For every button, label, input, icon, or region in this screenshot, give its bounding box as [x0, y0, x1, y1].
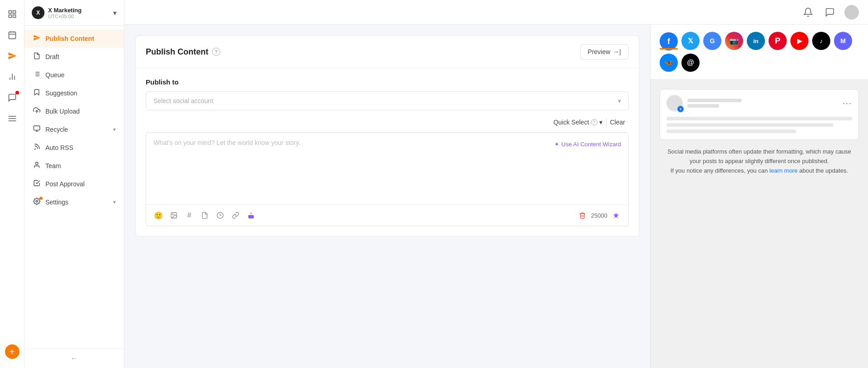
char-count: 25000	[591, 212, 607, 219]
fb-text-line-3	[666, 129, 796, 133]
nav-item-publish-content[interactable]: Publish Content	[25, 30, 124, 48]
workspace-chevron[interactable]: ▾	[113, 9, 117, 17]
svg-rect-3	[13, 15, 15, 18]
ai-wizard-button[interactable]: ✦ Use AI Content Wizard	[554, 139, 621, 149]
nav-item-recycle[interactable]: Recycle ▾	[25, 120, 124, 139]
nav-item-settings[interactable]: Settings ▾	[25, 193, 124, 211]
svg-point-26	[36, 200, 38, 202]
preview-content: f ···	[651, 80, 868, 184]
nav-item-team[interactable]: Team	[25, 157, 124, 175]
svg-rect-21	[34, 126, 39, 130]
ai-wizard-label: Use AI Content Wizard	[562, 141, 621, 148]
fb-text-line-1	[666, 117, 852, 120]
publish-card-header: Publish Content ? Preview →|	[136, 36, 639, 68]
image-icon[interactable]	[167, 209, 181, 222]
nav-item-queue[interactable]: Queue	[25, 66, 124, 84]
svg-point-25	[35, 162, 38, 164]
fb-badge: f	[677, 106, 684, 112]
document-icon[interactable]	[198, 209, 212, 222]
tiktok-icon[interactable]: ♪	[812, 32, 830, 50]
fb-more-options[interactable]: ···	[843, 99, 852, 108]
nav-label-suggestion: Suggestion	[45, 90, 77, 97]
nav-item-post-approval[interactable]: Post Approval	[25, 175, 124, 193]
fb-avatar-row: f	[666, 95, 742, 111]
emoji-icon[interactable]: 🙂	[152, 209, 165, 222]
facebook-icon[interactable]: f	[660, 32, 678, 50]
youtube-icon[interactable]: ▶	[790, 32, 809, 50]
rail-analytics[interactable]	[4, 68, 21, 85]
facebook-active-indicator	[660, 48, 678, 50]
rail-listen[interactable]	[4, 110, 21, 127]
publish-content-icon	[33, 34, 41, 43]
nav-item-suggestion[interactable]: Suggestion	[25, 84, 124, 102]
nav-item-auto-rss[interactable]: Auto RSS	[25, 139, 124, 157]
workspace-timezone: UTC+05:00	[48, 14, 82, 19]
content-textarea[interactable]	[153, 139, 554, 203]
nav-label-bulk-upload: Bulk Upload	[45, 108, 80, 115]
sidebar-collapse-button[interactable]: ←	[25, 348, 124, 368]
messages-icon[interactable]	[823, 5, 837, 20]
clear-button[interactable]: Clear	[606, 118, 629, 127]
rail-dashboard[interactable]	[4, 5, 21, 23]
nav-label-publish-content: Publish Content	[45, 35, 94, 42]
icon-rail: +	[0, 0, 25, 368]
linkedin-icon[interactable]: in	[747, 32, 765, 50]
quick-select-info-icon: ?	[591, 119, 597, 125]
preview-button[interactable]: Preview →|	[580, 44, 629, 60]
nav-label-queue: Queue	[45, 71, 64, 79]
quick-select-text: Quick Select	[553, 119, 589, 126]
mastodon-icon[interactable]: M	[834, 32, 852, 50]
account-select-dropdown[interactable]: Select social account ▾	[146, 91, 629, 110]
settings-icon	[33, 198, 41, 207]
rail-publish[interactable]	[4, 47, 21, 65]
magic-icon[interactable]	[609, 209, 623, 222]
preview-note-line1: Social media platforms often update thei…	[667, 148, 851, 155]
publish-card: Publish Content ? Preview →| Publish to …	[135, 35, 639, 237]
instagram-icon[interactable]: 📷	[725, 32, 743, 50]
preview-arrow-icon: →|	[613, 48, 621, 55]
preview-note: Social media platforms often update thei…	[660, 147, 859, 175]
twitter-icon[interactable]: 𝕏	[681, 32, 700, 50]
workspace-name: X Marketing	[48, 7, 82, 14]
post-approval-icon	[33, 179, 41, 189]
bot-icon[interactable]	[244, 209, 258, 222]
quick-select-label[interactable]: Quick Select ? ▾	[553, 119, 602, 126]
nav-item-draft[interactable]: Draft	[25, 48, 124, 66]
hashtag-icon[interactable]: #	[182, 209, 196, 222]
main-content: Publish Content ? Preview →| Publish to …	[124, 0, 868, 368]
publish-panel: Publish Content ? Preview →| Publish to …	[124, 25, 650, 368]
rail-messages[interactable]	[4, 89, 21, 106]
delete-icon[interactable]	[576, 209, 589, 222]
fb-name-line-short	[687, 104, 719, 108]
text-area-wrapper: ✦ Use AI Content Wizard 🙂 #	[146, 132, 629, 226]
schedule-icon[interactable]	[213, 209, 227, 222]
nav-label-team: Team	[45, 162, 61, 169]
workspace-text: X Marketing UTC+05:00	[48, 7, 82, 19]
nav-label-recycle: Recycle	[45, 126, 68, 133]
draft-icon	[33, 52, 41, 61]
google-icon[interactable]: G	[703, 32, 721, 50]
account-select-chevron: ▾	[618, 97, 621, 104]
rail-calendar[interactable]	[4, 26, 21, 44]
fb-text-placeholder	[666, 117, 852, 133]
fb-card-header: f ···	[660, 90, 858, 117]
notifications-icon[interactable]	[801, 5, 815, 20]
recycle-chevron: ▾	[113, 126, 116, 133]
add-button[interactable]: +	[5, 344, 20, 359]
nav-item-bulk-upload[interactable]: Bulk Upload	[25, 102, 124, 120]
svg-rect-4	[9, 32, 15, 39]
pinterest-icon[interactable]: P	[769, 32, 787, 50]
bluesky-icon[interactable]: 🦋	[660, 54, 678, 72]
help-icon[interactable]: ?	[212, 48, 220, 56]
workspace-info: X X Marketing UTC+05:00	[32, 6, 82, 19]
quick-select-chevron-icon: ▾	[599, 119, 602, 126]
auto-rss-icon	[33, 143, 41, 152]
threads-icon[interactable]: @	[681, 54, 700, 72]
quick-select-row: Quick Select ? ▾ Clear	[146, 118, 629, 127]
ai-wizard-icon: ✦	[554, 141, 559, 148]
learn-more-link[interactable]: learn more	[769, 167, 798, 174]
nav-label-draft: Draft	[45, 53, 59, 60]
user-avatar[interactable]	[844, 5, 859, 20]
link-icon[interactable]	[229, 209, 242, 222]
fb-body	[660, 117, 858, 139]
